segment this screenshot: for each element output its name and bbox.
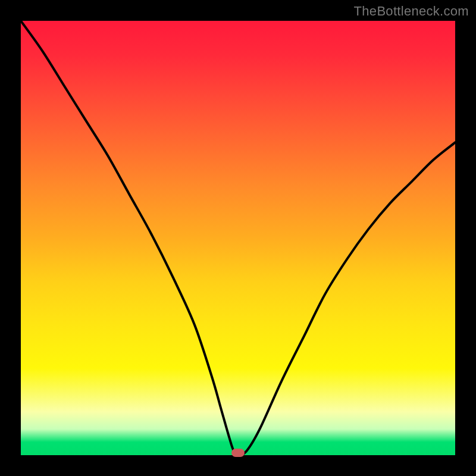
watermark-text: TheBottleneck.com xyxy=(354,4,469,19)
bottleneck-curve xyxy=(21,21,455,455)
chart-frame: TheBottleneck.com xyxy=(0,0,476,476)
plot-area xyxy=(21,21,455,455)
optimal-point-marker xyxy=(231,449,245,457)
